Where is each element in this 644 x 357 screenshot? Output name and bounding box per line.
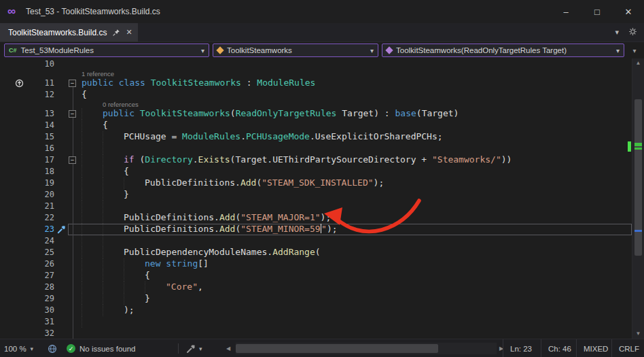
code-line-body[interactable]: "Core", <box>68 282 632 293</box>
zoom-selector[interactable]: 100 % ▾ <box>4 339 33 357</box>
scroll-down-icon[interactable]: ▼ <box>632 329 644 339</box>
line-number: 16 <box>35 143 54 154</box>
code-line-body[interactable]: new string[] <box>68 258 632 270</box>
status-indentation[interactable]: MIXED <box>576 339 611 357</box>
horizontal-scrollbar[interactable] <box>236 343 497 354</box>
chevron-down-icon: ▾ <box>370 47 374 54</box>
line-number: 24 <box>35 235 54 247</box>
line-number: 19 <box>35 177 54 189</box>
tab-toolkitsteamworks-build-cs[interactable]: ToolkitSteamworks.Build.cs ✕ <box>0 23 138 41</box>
code-line-22: 22PublicDefinitions.Add("STEAM_MAJOR=1")… <box>0 212 632 224</box>
glyph-margin <box>0 293 35 305</box>
line-number: 13 <box>35 108 54 120</box>
code-line-body[interactable] <box>68 58 632 70</box>
code-line-body[interactable] <box>68 316 632 328</box>
glyph-margin <box>0 224 35 235</box>
action-margin <box>54 270 68 282</box>
status-line-ending[interactable]: CRLF <box>611 339 643 357</box>
code-line-body[interactable]: PublicDefinitions.Add("STEAM_SDK_INSTALL… <box>68 177 632 189</box>
code-line-body[interactable]: PublicDefinitions.Add("STEAM_MINOR=59"); <box>68 224 632 235</box>
document-health-indicator[interactable]: ✓ No issues found <box>67 339 135 357</box>
maximize-button[interactable]: □ <box>582 0 613 23</box>
glyph-margin <box>0 247 35 258</box>
close-button[interactable]: ✕ <box>613 0 644 23</box>
code-line-body[interactable]: −if (Directory.Exists(Target.UEThirdPart… <box>68 154 632 166</box>
vertical-scrollbar-thumb[interactable] <box>634 99 642 256</box>
code-line-body[interactable]: } <box>68 293 632 305</box>
tab-close-icon[interactable]: ✕ <box>126 28 132 37</box>
project-scope-dropdown[interactable]: C# Test_53ModuleRules ▾ <box>4 44 209 57</box>
globe-icon[interactable] <box>48 339 57 357</box>
code-line-body[interactable]: { <box>68 166 632 177</box>
action-margin <box>54 166 68 177</box>
line-number: 26 <box>35 258 54 270</box>
code-line-body[interactable]: −public class ToolkitSteamworks : Module… <box>68 78 632 89</box>
scroll-left-icon[interactable]: ◀ <box>226 339 230 357</box>
action-margin <box>54 212 68 224</box>
vertical-scrollbar[interactable]: ▲ ▼ <box>632 58 644 339</box>
code-line-29: 29} <box>0 293 632 305</box>
codelens-indicator[interactable]: 1 reference <box>0 70 632 78</box>
code-line-body[interactable]: PublicDefinitions.Add("STEAM_MAJOR=1"); <box>68 212 632 224</box>
code-line-13: 13−public ToolkitSteamworks(ReadOnlyTarg… <box>0 108 632 120</box>
code-line-body[interactable]: PCHUsage = ModuleRules.PCHUsageMode.UseE… <box>68 131 632 143</box>
change-tracking-mark <box>628 141 631 152</box>
editor-tools-button[interactable]: ▾ <box>186 339 202 357</box>
scrollbar-change-mark <box>634 148 642 150</box>
line-number: 17 <box>35 154 54 166</box>
code-editor[interactable]: 101 reference11−public class ToolkitStea… <box>0 58 632 339</box>
glyph-margin <box>0 143 35 154</box>
code-line-26: 26new string[] <box>0 258 632 270</box>
status-character-number[interactable]: Ch: 46 <box>541 339 576 357</box>
code-line-body[interactable] <box>68 143 632 154</box>
code-line-14: 14{ <box>0 120 632 131</box>
code-line-body[interactable]: { <box>68 120 632 131</box>
scroll-up-icon[interactable]: ▲ <box>632 58 644 68</box>
member-scope-label: ToolkitSteamworks(ReadOnlyTargetRules Ta… <box>396 46 567 54</box>
code-line-body[interactable] <box>68 328 632 339</box>
code-line-body[interactable]: { <box>68 89 632 101</box>
codelens-indicator[interactable]: 0 references <box>0 101 632 108</box>
line-number: 29 <box>35 293 54 305</box>
action-margin <box>54 120 68 131</box>
code-line-body[interactable]: } <box>68 189 632 201</box>
type-scope-dropdown[interactable]: ToolkitSteamworks ▾ <box>213 44 378 57</box>
line-number: 11 <box>35 78 54 89</box>
horizontal-scrollbar-thumb[interactable] <box>236 344 438 353</box>
code-line-body[interactable]: −public ToolkitSteamworks(ReadOnlyTarget… <box>68 108 632 120</box>
line-number: 32 <box>35 328 54 339</box>
line-number: 28 <box>35 282 54 293</box>
action-margin <box>54 58 68 70</box>
member-scope-dropdown[interactable]: ToolkitSteamworks(ReadOnlyTargetRules Ta… <box>382 44 624 57</box>
code-line-body[interactable] <box>68 201 632 212</box>
inheritance-icon[interactable] <box>0 78 35 89</box>
code-line-30: 30); <box>0 305 632 316</box>
fold-collapse-box[interactable]: − <box>69 110 76 118</box>
code-line-12: 12{ <box>0 89 632 101</box>
code-line-27: 27{ <box>0 270 632 282</box>
action-margin <box>54 282 68 293</box>
fold-collapse-box[interactable]: − <box>69 156 76 164</box>
glyph-margin <box>0 108 35 120</box>
code-line-body[interactable] <box>68 235 632 247</box>
action-margin <box>54 78 68 89</box>
fold-collapse-box[interactable]: − <box>69 80 76 87</box>
line-number: 31 <box>35 316 54 328</box>
code-line-body[interactable]: { <box>68 270 632 282</box>
line-number: 27 <box>35 270 54 282</box>
glyph-margin <box>0 189 35 201</box>
gear-icon[interactable] <box>628 27 637 37</box>
document-list-dropdown-icon[interactable]: ▾ <box>615 28 619 37</box>
quick-actions-icon[interactable] <box>54 224 68 235</box>
line-number: 18 <box>35 166 54 177</box>
glyph-margin <box>0 328 35 339</box>
action-margin <box>54 201 68 212</box>
screwdriver-icon <box>186 344 196 354</box>
minimize-button[interactable]: – <box>550 0 582 23</box>
editor-options-dropdown-icon[interactable]: ▾ <box>628 47 641 54</box>
code-line-body[interactable]: ); <box>68 305 632 316</box>
code-line-10: 10 <box>0 58 632 70</box>
status-line-number[interactable]: Ln: 23 <box>503 339 541 357</box>
pin-icon[interactable] <box>112 29 120 37</box>
code-line-body[interactable]: PublicDependencyModuleNames.AddRange( <box>68 247 632 258</box>
